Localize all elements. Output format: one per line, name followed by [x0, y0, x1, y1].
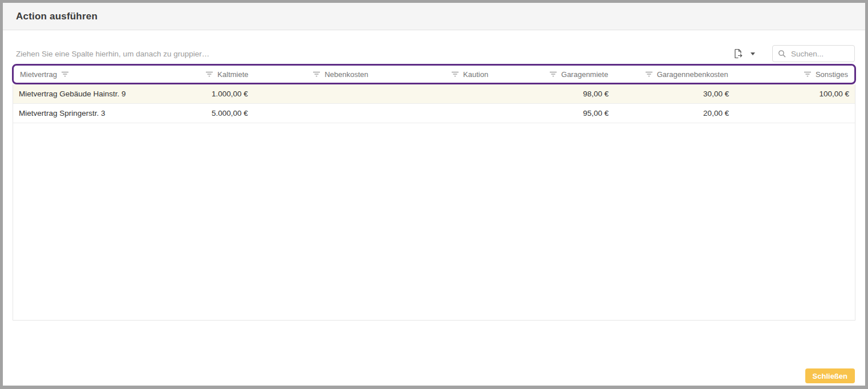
- filter-icon[interactable]: [645, 71, 653, 77]
- cell-garagennebenkosten: 20,00 €: [614, 109, 735, 117]
- table-row[interactable]: Mietvertrag Gebäude Hainstr. 9 1.000,00 …: [13, 84, 855, 104]
- cell-kaltmiete: 5.000,00 €: [133, 109, 254, 117]
- action-dialog: { "window": { "title": "Action ausführen…: [0, 0, 868, 389]
- column-header-garagennebenkosten[interactable]: Garagennebenkosten: [614, 66, 733, 83]
- grid-toolbar: Ziehen Sie eine Spalte hierhin, um danac…: [16, 45, 855, 62]
- column-header-nebenkosten[interactable]: Nebenkosten: [254, 66, 374, 83]
- search-icon: [778, 50, 786, 58]
- close-button[interactable]: Schließen: [805, 368, 855, 383]
- column-header-mietvertrag[interactable]: Mietvertrag: [14, 66, 134, 83]
- filter-icon[interactable]: [61, 71, 69, 77]
- filter-icon[interactable]: [549, 71, 557, 77]
- group-panel-placeholder: Ziehen Sie eine Spalte hierhin, um danac…: [16, 50, 733, 58]
- dialog-title: Action ausführen: [16, 11, 98, 22]
- grid-body: Mietvertrag Gebäude Hainstr. 9 1.000,00 …: [13, 84, 855, 321]
- data-grid: Mietvertrag Kaltmiete Nebenkosten Kautio…: [13, 64, 855, 321]
- filter-icon[interactable]: [451, 71, 459, 77]
- search-input[interactable]: [790, 49, 849, 59]
- cell-garagenmiete: 95,00 €: [494, 109, 614, 117]
- export-icon[interactable]: [733, 48, 743, 59]
- dialog-titlebar: Action ausführen: [3, 3, 865, 30]
- cell-mietvertrag: Mietvertrag Springerstr. 3: [13, 109, 133, 117]
- cell-mietvertrag: Mietvertrag Gebäude Hainstr. 9: [13, 90, 133, 98]
- column-header-sonstiges[interactable]: Sonstiges: [734, 66, 854, 83]
- search-box[interactable]: [772, 45, 855, 62]
- cell-sonstiges: 100,00 €: [735, 90, 855, 98]
- cell-garagennebenkosten: 30,00 €: [614, 90, 735, 98]
- export-button[interactable]: [733, 48, 755, 59]
- filter-icon[interactable]: [313, 71, 321, 77]
- column-header-kaution[interactable]: Kaution: [374, 66, 494, 83]
- filter-icon[interactable]: [205, 71, 213, 77]
- column-header-kaltmiete[interactable]: Kaltmiete: [134, 66, 254, 83]
- table-row[interactable]: Mietvertrag Springerstr. 3 5.000,00 € 95…: [13, 104, 855, 123]
- cell-garagenmiete: 98,00 €: [494, 90, 614, 98]
- column-header-garagenmiete[interactable]: Garagenmiete: [494, 66, 614, 83]
- cell-kaltmiete: 1.000,00 €: [133, 90, 254, 98]
- caret-down-icon[interactable]: [751, 52, 755, 55]
- filter-icon[interactable]: [804, 71, 812, 77]
- header-row-highlight-outline: Mietvertrag Kaltmiete Nebenkosten Kautio…: [12, 64, 856, 84]
